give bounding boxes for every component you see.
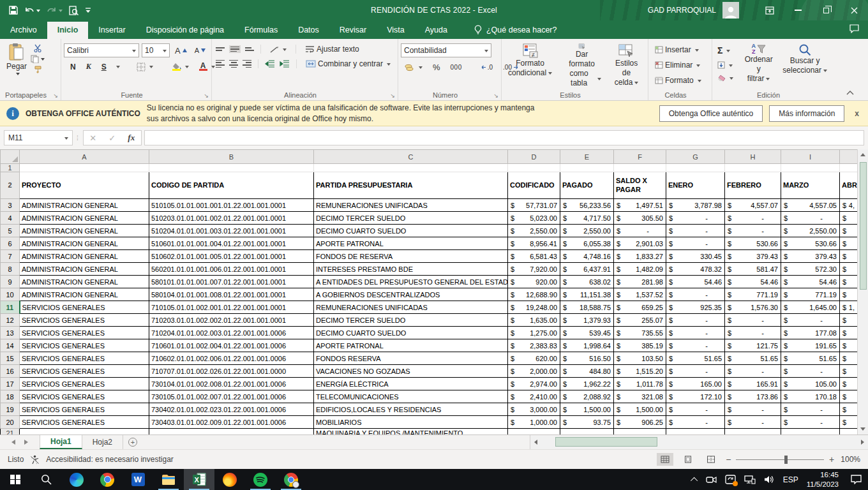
scroll-up-icon[interactable]	[858, 149, 868, 160]
cell-value-3[interactable]: $321.08	[614, 390, 666, 403]
cell-value-1[interactable]: $7,920.00	[508, 263, 560, 276]
cell[interactable]	[840, 164, 858, 172]
cell-value-5[interactable]: $771.19	[725, 288, 781, 301]
row-header-12[interactable]: 12	[1, 314, 20, 327]
row-header-1[interactable]: 1	[1, 164, 20, 172]
sheet-tab-hoja2[interactable]: Hoja2	[82, 435, 123, 449]
row-header-19[interactable]: 19	[1, 403, 20, 416]
cell-value-1[interactable]: $920.00	[508, 276, 560, 288]
edge-icon[interactable]	[61, 469, 92, 490]
align-left-icon[interactable]	[216, 60, 225, 68]
cell-value-4[interactable]: $330.45	[666, 250, 725, 263]
select-all-corner[interactable]	[1, 150, 20, 164]
cell[interactable]	[508, 164, 560, 172]
cell-value-1[interactable]: $2,000.00	[508, 365, 560, 378]
firefox-icon[interactable]	[214, 469, 245, 490]
column-header-A[interactable]: A	[20, 150, 149, 164]
cut-icon[interactable]	[31, 44, 45, 52]
get-office-button[interactable]: Obtenga Office auténtico	[659, 105, 763, 122]
print-preview-icon[interactable]	[69, 6, 79, 15]
align-bottom-icon[interactable]	[245, 47, 254, 50]
cell-proyecto[interactable]: SERVICIOS GENERALES	[20, 352, 149, 365]
cell-codigo[interactable]: 730104.01.01.002.008.01.22.001.001.0006	[149, 378, 314, 390]
cell-value-7[interactable]: $	[840, 339, 858, 352]
cell-value-3[interactable]: $1,537.52	[614, 288, 666, 301]
cell-codigo[interactable]: 730403.01.01.002.009.01.22.001.001.0006	[149, 416, 314, 429]
cell-value-2[interactable]: $11,151.38	[560, 288, 614, 301]
cell-proyecto[interactable]: SERVICIOS GENERALES	[20, 378, 149, 390]
cell-value-1[interactable]: $19,248.00	[508, 301, 560, 314]
cell-codigo[interactable]: 730105.01.01.002.007.01.22.001.001.0006	[149, 390, 314, 403]
cell[interactable]	[508, 429, 560, 435]
cell-value-1[interactable]: $1,635.00	[508, 314, 560, 327]
column-header-B[interactable]: B	[149, 150, 314, 164]
cell-value-7[interactable]: $	[840, 276, 858, 288]
dialog-launcher-icon[interactable]: ↘	[390, 93, 395, 99]
zoom-in-icon[interactable]: +	[829, 454, 834, 464]
row-header-20[interactable]: 20	[1, 416, 20, 429]
cell-value-1[interactable]: $620.00	[508, 352, 560, 365]
cell-proyecto[interactable]: ADMINISTRACION GENERAL	[20, 237, 149, 250]
cell-value-2[interactable]: $539.45	[560, 327, 614, 339]
fill-icon[interactable]	[715, 60, 736, 70]
cell-partida[interactable]: DECIMO CUARTO SUELDO	[314, 225, 508, 237]
copy-icon[interactable]	[31, 55, 45, 63]
cell-value-7[interactable]: $	[840, 212, 858, 225]
cell-value-2[interactable]: $4,717.50	[560, 212, 614, 225]
cell-value-1[interactable]: $2,410.00	[508, 390, 560, 403]
cell[interactable]	[614, 164, 666, 172]
cell-value-3[interactable]: $906.25	[614, 416, 666, 429]
accessibility-status[interactable]: Accesibilidad: es necesario investigar	[46, 455, 173, 464]
cell-value-7[interactable]: $	[840, 250, 858, 263]
chrome-icon[interactable]	[92, 469, 123, 490]
normal-view-icon[interactable]	[657, 453, 673, 466]
volume-icon[interactable]	[764, 475, 775, 484]
cell-value-4[interactable]: $-	[666, 237, 725, 250]
cell-value-6[interactable]: $-	[781, 403, 840, 416]
cell-codigo[interactable]: 710204.01.01.002.003.01.22.001.001.0006	[149, 327, 314, 339]
cell-value-1[interactable]: $3,000.00	[508, 403, 560, 416]
row-header-18[interactable]: 18	[1, 390, 20, 403]
minimize-button[interactable]	[784, 0, 812, 20]
cell-codigo[interactable]: 510105.01.01.001.001.01.22.001.001.0001	[149, 199, 314, 212]
start-button[interactable]	[0, 469, 31, 490]
cell-value-2[interactable]: $2,550.00	[560, 225, 614, 237]
scroll-down-icon[interactable]	[858, 424, 868, 434]
chrome-profile-icon[interactable]	[276, 469, 306, 490]
cell[interactable]	[314, 164, 508, 172]
cell-value-2[interactable]: $93.75	[560, 416, 614, 429]
cell-value-6[interactable]: $2,550.00	[781, 225, 840, 237]
redo-icon[interactable]	[47, 6, 63, 15]
row-header-16[interactable]: 16	[1, 365, 20, 378]
row-header-2[interactable]: 2	[1, 172, 20, 199]
cell-codigo[interactable]: 510602.01.01.001.005.01.22.001.001.0001	[149, 250, 314, 263]
cell-value-4[interactable]: $-	[666, 403, 725, 416]
clock[interactable]: 16:45 11/5/2023	[807, 470, 839, 489]
cell-value-7[interactable]: $4,	[840, 199, 858, 212]
cell-proyecto[interactable]: SERVICIOS GENERALES	[20, 416, 149, 429]
column-header-H[interactable]: H	[725, 150, 781, 164]
cell-value-1[interactable]: $2,550.00	[508, 225, 560, 237]
cell-value-1[interactable]: $1,000.00	[508, 416, 560, 429]
cell-value-4[interactable]: $54.46	[666, 276, 725, 288]
cell-value-5[interactable]: $-	[725, 212, 781, 225]
cell-partida[interactable]: A ENTIDADES DEL PRESUPUESTO GENERAL DEL …	[314, 276, 508, 288]
borders-button[interactable]	[134, 61, 156, 73]
row-header-9[interactable]: 9	[1, 276, 20, 288]
cell-value-5[interactable]: $51.65	[725, 352, 781, 365]
cell[interactable]	[666, 164, 725, 172]
row-header-17[interactable]: 17	[1, 378, 20, 390]
cell-value-7[interactable]: $	[840, 225, 858, 237]
shrink-font-button[interactable]: A	[192, 45, 208, 56]
cell-codigo[interactable]: 560201.01.01.001.006.01.22.001.001.0001	[149, 263, 314, 276]
cell[interactable]	[149, 429, 314, 435]
cell-proyecto[interactable]: SERVICIOS GENERALES	[20, 403, 149, 416]
cell-value-4[interactable]: $-	[666, 327, 725, 339]
tab-revisar[interactable]: Revisar	[329, 22, 377, 39]
cell-value-3[interactable]: $385.19	[614, 339, 666, 352]
cell-codigo[interactable]: 580101.01.01.001.007.01.22.001.001.0001	[149, 276, 314, 288]
notification-close-icon[interactable]: x	[855, 109, 859, 118]
ribbon-display-options-icon[interactable]	[756, 0, 784, 20]
cell-proyecto[interactable]: SERVICIOS GENERALES	[20, 390, 149, 403]
cell-value-4[interactable]: $-	[666, 225, 725, 237]
